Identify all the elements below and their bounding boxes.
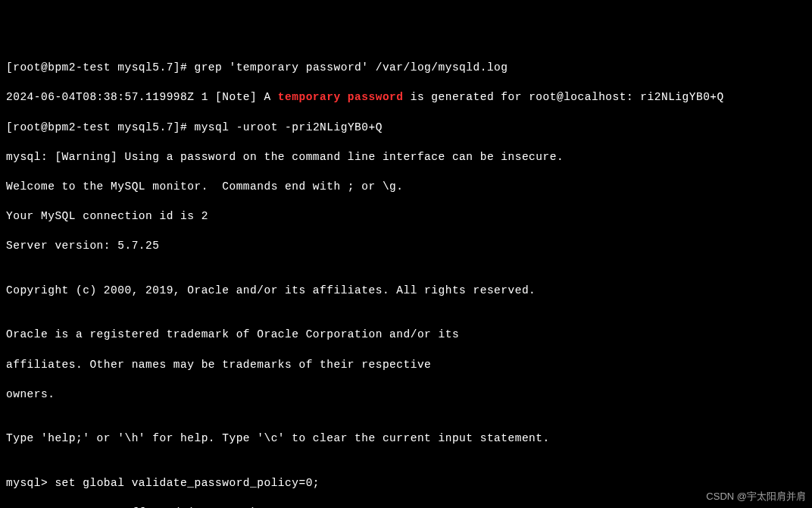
shell-prompt: [root@bpm2-test mysql5.7]# xyxy=(6,121,194,133)
log-output: is generated for root@localhost: ri2NLig… xyxy=(404,91,724,103)
command-text: grep 'temporary password' /var/log/mysql… xyxy=(194,61,508,74)
log-output: 2024-06-04T08:38:57.119998Z 1 [Note] A xyxy=(6,91,278,103)
terminal-line: mysql> set global validate_password_poli… xyxy=(6,476,806,491)
terminal-line: owners. xyxy=(6,387,806,403)
command-text: mysql -uroot -pri2NLigYB0+Q xyxy=(194,121,382,133)
terminal-line: [root@bpm2-test mysql5.7]# grep 'tempora… xyxy=(6,61,806,76)
watermark-text: CSDN @宇太阳肩并肩 xyxy=(706,490,806,503)
terminal-line: [root@bpm2-test mysql5.7]# mysql -uroot … xyxy=(6,121,806,136)
terminal-line: Welcome to the MySQL monitor. Commands e… xyxy=(6,180,806,195)
shell-prompt: [root@bpm2-test mysql5.7]# xyxy=(6,61,194,74)
mysql-prompt: mysql> xyxy=(6,477,55,489)
terminal-line: affiliates. Other names may be trademark… xyxy=(6,358,806,373)
sql-command: set global validate_password_policy=0; xyxy=(55,477,320,489)
terminal-line: Copyright (c) 2000, 2019, Oracle and/or … xyxy=(6,284,806,299)
terminal-line: Your MySQL connection id is 2 xyxy=(6,209,806,224)
terminal-line: 2024-06-04T08:38:57.119998Z 1 [Note] A t… xyxy=(6,90,806,105)
terminal-line: Type 'help;' or '\h' for help. Type '\c'… xyxy=(6,431,806,447)
terminal-line: mysql: [Warning] Using a password on the… xyxy=(6,150,806,165)
highlighted-match: temporary password xyxy=(278,91,404,103)
terminal-line: Server version: 5.7.25 xyxy=(6,239,806,254)
terminal-line: Oracle is a registered trademark of Orac… xyxy=(6,328,806,343)
